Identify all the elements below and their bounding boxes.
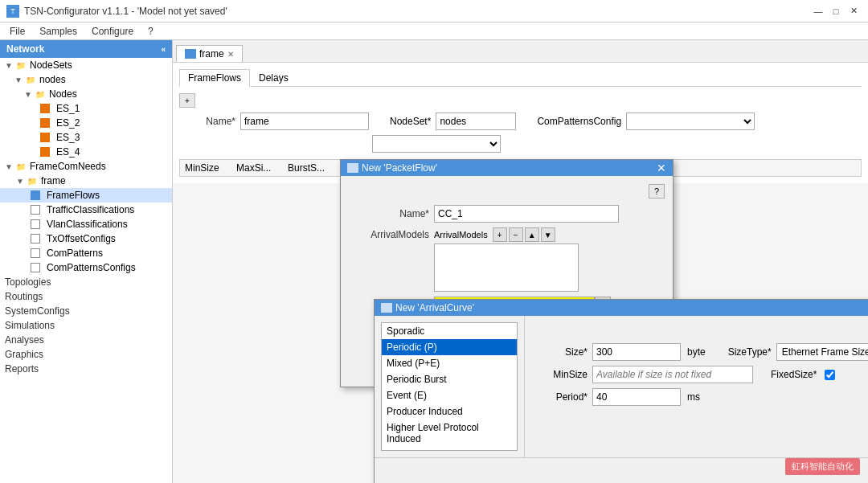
app-icon: T bbox=[6, 5, 19, 18]
form-row-dropdown bbox=[372, 135, 862, 153]
folder-icon: 📁 bbox=[14, 59, 27, 71]
ac-size-input[interactable] bbox=[592, 343, 681, 361]
app-title: TSN-Configurator v1.1.1 - 'Model not yet… bbox=[24, 6, 227, 17]
name-input[interactable] bbox=[240, 113, 369, 130]
tree-item-frame[interactable]: ▼ 📁 frame bbox=[0, 174, 172, 188]
list-item-producer[interactable]: Producer Induced bbox=[382, 403, 517, 420]
menu-configure[interactable]: Configure bbox=[85, 24, 140, 39]
sidebar-header: Network « bbox=[0, 40, 172, 58]
tree-item-es1[interactable]: ES_1 bbox=[0, 101, 172, 116]
tree-item-txoffset[interactable]: TxOffsetConfigs bbox=[0, 231, 172, 246]
ac-fixed-size-checkbox[interactable] bbox=[825, 370, 835, 380]
arrival-models-list bbox=[434, 244, 579, 292]
ac-size-type-select[interactable]: Ethernet Frame Size (QTAG, at mos bbox=[776, 343, 868, 361]
ac-size-row: Size* byte SizeType* Ethernet Frame Size… bbox=[531, 343, 868, 361]
second-select[interactable] bbox=[372, 135, 501, 153]
pf-name-input[interactable] bbox=[434, 205, 619, 223]
tree-item-Nodes[interactable]: ▼ 📁 Nodes bbox=[0, 87, 172, 101]
pf-name-label: Name* bbox=[349, 208, 429, 219]
col-minsize: MinSize bbox=[185, 162, 233, 174]
orange-icon-es2 bbox=[39, 117, 51, 129]
arrival-remove-btn[interactable]: − bbox=[509, 227, 523, 242]
tree-arrow-Nodes: ▼ bbox=[23, 90, 34, 99]
ac-fixed-size-label: FixedSize* bbox=[771, 369, 817, 380]
list-item-periodic-p[interactable]: Periodic (P) bbox=[382, 339, 517, 355]
form-row-name: Name* NodeSet* ComPatternsConfig bbox=[179, 113, 862, 130]
sidebar-collapse-icon[interactable]: « bbox=[161, 45, 166, 54]
tree-item-nodes[interactable]: ▼ 📁 nodes bbox=[0, 72, 172, 87]
sidebar-title: Network bbox=[6, 43, 44, 55]
tree-arrow-fcn: ▼ bbox=[3, 162, 14, 171]
ac-period-unit: ms bbox=[687, 391, 700, 403]
sidebar-item-topologies[interactable]: Topologies bbox=[0, 275, 172, 289]
tree-item-trafficclass[interactable]: TrafficClassifications bbox=[0, 203, 172, 217]
list-item-mixed[interactable]: Mixed (P+E) bbox=[382, 355, 517, 371]
nodeset-input[interactable] bbox=[436, 113, 516, 130]
doc-icon-cp bbox=[29, 248, 42, 259]
folder-icon-fcn: 📁 bbox=[14, 161, 27, 172]
sidebar-item-routings[interactable]: Routings bbox=[0, 289, 172, 304]
list-item-higher-level[interactable]: Higher Level Protocol Induced bbox=[382, 420, 517, 447]
ac-period-label: Period* bbox=[531, 391, 588, 403]
pf-close-icon[interactable]: ✕ bbox=[657, 162, 666, 174]
ac-size-type-label: SizeType* bbox=[723, 346, 772, 358]
ac-period-input[interactable] bbox=[592, 388, 681, 406]
close-button[interactable]: ✕ bbox=[845, 5, 862, 18]
arrival-models-container: ArrivalModels + − ▲ ▼ bbox=[434, 227, 579, 292]
tree-item-compatternsconfigs[interactable]: ComPatternsConfigs bbox=[0, 260, 172, 275]
orange-icon-es4 bbox=[39, 146, 51, 158]
compatterns-label: ComPatternsConfig bbox=[537, 116, 621, 127]
tree-item-es3[interactable]: ES_3 bbox=[0, 130, 172, 145]
tree-item-es4[interactable]: ES_4 bbox=[0, 145, 172, 159]
orange-icon-es3 bbox=[39, 132, 51, 143]
minimize-button[interactable]: — bbox=[810, 5, 826, 18]
doc-icon-vc bbox=[29, 219, 42, 230]
tree-item-es2[interactable]: ES_2 bbox=[0, 116, 172, 130]
arrival-up-btn[interactable]: ▲ bbox=[525, 227, 539, 242]
sub-tab-frameflows[interactable]: FrameFlows bbox=[179, 69, 250, 87]
list-item-event[interactable]: Event (E) bbox=[382, 387, 517, 403]
pf-help-button[interactable]: ? bbox=[649, 184, 665, 199]
maximize-button[interactable]: □ bbox=[828, 5, 844, 18]
list-item-periodic-burst[interactable]: Periodic Burst bbox=[382, 371, 517, 387]
menu-file[interactable]: File bbox=[3, 24, 31, 39]
sidebar-item-analyses[interactable]: Analyses bbox=[0, 333, 172, 347]
tree-item-framecomsneeds[interactable]: ▼ 📁 FrameComNeeds bbox=[0, 159, 172, 174]
toolbar-add-btn[interactable]: + bbox=[179, 93, 195, 108]
sidebar-item-simulations[interactable]: Simulations bbox=[0, 318, 172, 333]
arrival-down-btn[interactable]: ▼ bbox=[541, 227, 555, 242]
doc-icon-tx bbox=[29, 233, 42, 244]
ac-minsize-label: MinSize bbox=[531, 369, 588, 380]
arrival-add-btn[interactable]: + bbox=[493, 227, 507, 242]
tree-item-nodesets[interactable]: ▼ 📁 NodeSets bbox=[0, 58, 172, 72]
compatterns-select[interactable] bbox=[626, 113, 755, 130]
menu-samples[interactable]: Samples bbox=[33, 24, 84, 39]
ac-left-panel: Sporadic Periodic (P) Mixed (P+E) Period… bbox=[375, 316, 524, 457]
col-maxsize: MaxSi... bbox=[236, 162, 285, 174]
tab-frame-icon bbox=[185, 49, 196, 59]
packet-flow-dialog-titlebar: New 'PacketFlow' ✕ bbox=[341, 160, 673, 176]
pf-name-row: Name* bbox=[349, 205, 665, 223]
tree-item-vlanclass[interactable]: VlanClassifications bbox=[0, 217, 172, 231]
pf-dialog-toolbar: ? bbox=[349, 184, 665, 199]
sidebar-item-graphics[interactable]: Graphics bbox=[0, 347, 172, 362]
pf-title-left: New 'PacketFlow' bbox=[347, 162, 437, 174]
tab-close-icon[interactable]: ✕ bbox=[227, 50, 234, 59]
tab-frame[interactable]: frame ✕ bbox=[176, 45, 243, 62]
window-controls: — □ ✕ bbox=[810, 5, 862, 18]
sidebar: Network « ▼ 📁 NodeSets ▼ 📁 nodes ▼ 📁 Nod… bbox=[0, 40, 173, 483]
ac-minsize-input[interactable] bbox=[592, 366, 753, 383]
menu-help[interactable]: ? bbox=[141, 24, 160, 39]
sidebar-item-systemconfigs[interactable]: SystemConfigs bbox=[0, 304, 172, 318]
ac-dialog-titlebar: New 'ArrivalCurve' ✕ bbox=[375, 300, 868, 316]
list-item-sporadic[interactable]: Sporadic bbox=[382, 323, 517, 339]
sidebar-item-reports[interactable]: Reports bbox=[0, 362, 172, 376]
sub-tab-delays[interactable]: Delays bbox=[250, 69, 297, 87]
tab-bar: frame ✕ bbox=[173, 40, 868, 63]
title-bar: T TSN-Configurator v1.1.1 - 'Model not y… bbox=[0, 0, 868, 23]
doc-icon-cpc bbox=[29, 262, 42, 273]
tree-item-comparterns[interactable]: ComPatterns bbox=[0, 246, 172, 260]
ac-minsize-row: MinSize FixedSize* bbox=[531, 366, 868, 383]
tree-item-frameflows[interactable]: FrameFlows bbox=[0, 188, 172, 203]
ac-size-label: Size* bbox=[531, 346, 588, 358]
